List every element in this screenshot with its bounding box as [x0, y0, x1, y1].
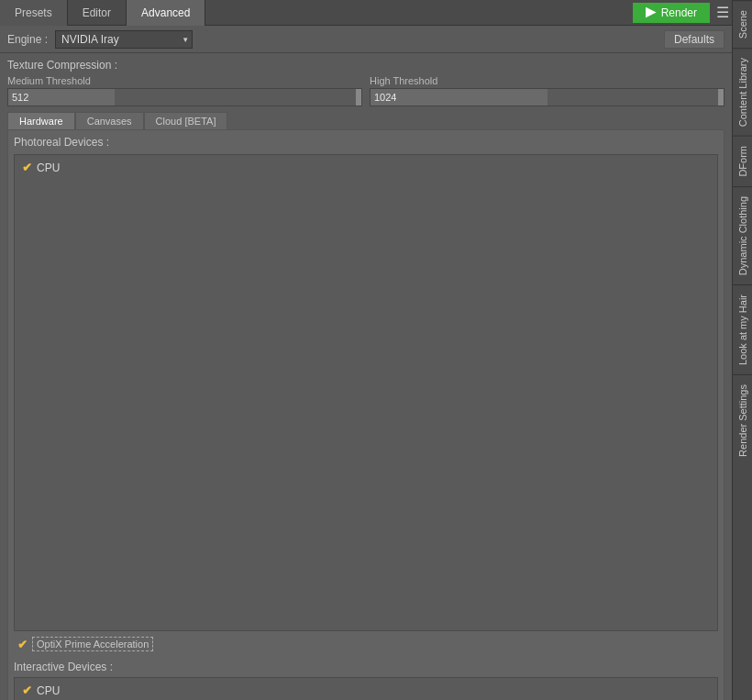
engine-label: Engine : — [7, 33, 48, 46]
interactive-cpu-label: CPU — [37, 684, 60, 697]
medium-threshold-label: Medium Threshold — [7, 75, 362, 86]
sidebar-tab-scene[interactable]: Scene — [733, 0, 752, 48]
high-slider-handle[interactable] — [718, 89, 724, 106]
interactive-devices-label: Interactive Devices : — [14, 661, 718, 673]
sidebar-tab-dynamic-clothing[interactable]: Dynamic Clothing — [733, 186, 752, 284]
high-threshold-value: 1024 — [370, 92, 396, 103]
interactive-device-list: ✔ CPU — [14, 677, 718, 700]
interactive-cpu-check-icon: ✔ — [22, 683, 32, 697]
right-sidebar: Scene Content Library DForm Dynamic Clot… — [732, 0, 752, 700]
medium-slider-handle[interactable] — [356, 89, 361, 106]
tab-presets[interactable]: Presets — [0, 0, 68, 26]
texture-compression-title: Texture Compression : — [7, 59, 724, 72]
sidebar-tab-render-settings[interactable]: Render Settings — [733, 374, 752, 466]
sidebar-tab-dform[interactable]: DForm — [733, 136, 752, 186]
render-play-icon — [646, 7, 657, 18]
photoreal-cpu-check-icon: ✔ — [22, 161, 32, 174]
render-button[interactable]: Render — [633, 3, 710, 23]
photoreal-cpu-label: CPU — [37, 161, 60, 174]
photoreal-cpu-item[interactable]: ✔ CPU — [18, 159, 713, 176]
defaults-button[interactable]: Defaults — [664, 30, 724, 49]
engine-select[interactable]: NVIDIA Iray 3Delight Filament — [55, 30, 193, 49]
menu-icon[interactable]: ☰ — [713, 0, 732, 26]
tab-editor[interactable]: Editor — [68, 0, 127, 26]
medium-threshold-value: 512 — [8, 92, 28, 103]
tab-advanced[interactable]: Advanced — [127, 0, 205, 26]
sidebar-tab-look-at-my-hair[interactable]: Look at my Hair — [733, 284, 752, 374]
tab-canvases[interactable]: Canvases — [75, 112, 144, 129]
tab-cloud[interactable]: Cloud [BETA] — [144, 112, 228, 129]
threshold-row: Medium Threshold 512 High Threshold 1024 — [7, 75, 724, 106]
tab-hardware[interactable]: Hardware — [7, 112, 75, 129]
optix-row: ✔ OptiX Prime Acceleration — [14, 635, 718, 653]
texture-compression-section: Texture Compression : Medium Threshold 5… — [7, 59, 724, 106]
main-content: Texture Compression : Medium Threshold 5… — [0, 53, 732, 700]
devices-panel: Photoreal Devices : ✔ CPU ✔ OptiX Prime … — [7, 129, 724, 700]
inner-tabs: Hardware Canvases Cloud [BETA] — [7, 112, 724, 129]
medium-threshold-slider[interactable]: 512 — [7, 88, 362, 106]
interactive-cpu-item[interactable]: ✔ CPU — [18, 682, 713, 699]
photoreal-devices-label: Photoreal Devices : — [14, 136, 718, 149]
interactive-section: Interactive Devices : ✔ CPU — [14, 661, 718, 700]
high-slider-fill — [370, 89, 547, 106]
engine-select-wrapper: NVIDIA Iray 3Delight Filament — [55, 30, 193, 49]
high-threshold-group: High Threshold 1024 — [370, 75, 724, 106]
high-threshold-slider[interactable]: 1024 — [370, 88, 724, 106]
medium-threshold-group: Medium Threshold 512 — [7, 75, 362, 106]
top-tab-bar: Presets Editor Advanced Render ☰ — [0, 0, 732, 26]
engine-row: Engine : NVIDIA Iray 3Delight Filament D… — [0, 26, 732, 53]
high-threshold-label: High Threshold — [370, 75, 724, 86]
optix-label[interactable]: OptiX Prime Acceleration — [32, 637, 153, 651]
optix-check-icon: ✔ — [17, 638, 28, 651]
photoreal-device-list: ✔ CPU — [14, 154, 718, 631]
sidebar-tab-content-library[interactable]: Content Library — [733, 48, 752, 136]
